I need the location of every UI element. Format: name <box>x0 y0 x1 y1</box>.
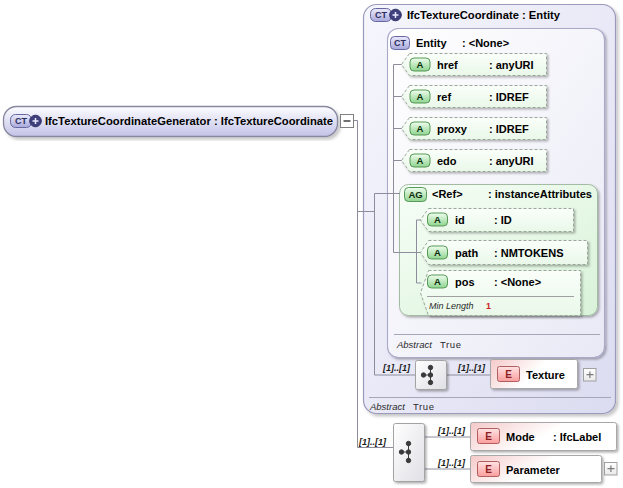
attribute-pos[interactable]: A pos : <None> Min Length 1 <box>421 271 581 316</box>
attribute-group-icon-label: AG <box>408 189 422 200</box>
ct-icon-label: CT <box>394 38 406 48</box>
facet-label: Min Length <box>429 301 474 311</box>
main-element-box[interactable]: CT IfcTextureCoordinateGenerator : IfcTe… <box>4 107 338 137</box>
type-abstract-facet: Abstract True <box>369 401 435 412</box>
attribute-type: : anyURI <box>489 59 534 71</box>
base-type-name: Entity <box>416 37 447 49</box>
seq-dot <box>399 450 403 454</box>
attribute-name: edo <box>437 155 457 167</box>
attribute-icon-label: A <box>417 91 424 102</box>
attribute-group-name: <Ref> <box>432 188 463 200</box>
complex-type-plus-icon: CT <box>11 115 42 128</box>
element-type: : IfcLabel <box>553 431 601 443</box>
seq-dot <box>406 450 410 454</box>
attribute-icon-label: A <box>417 59 424 70</box>
expand-button-texture[interactable] <box>584 369 597 382</box>
content-sequence-compositor[interactable] <box>394 424 425 482</box>
xsd-diagram: CT IfcTextureCoordinateGenerator : IfcTe… <box>0 0 623 488</box>
facet-label: Abstract <box>369 401 405 412</box>
element-icon-label: E <box>485 431 492 442</box>
facet-label: Abstract <box>396 339 432 350</box>
attribute-type: : IDREF <box>489 123 529 135</box>
element-name: Texture <box>526 369 565 381</box>
element-name: Mode <box>506 431 535 443</box>
xsd-diagram-canvas: CT IfcTextureCoordinateGenerator : IfcTe… <box>0 0 623 488</box>
seq-dot <box>406 458 410 462</box>
attribute-proxy[interactable]: A proxy : IDREF <box>402 118 547 140</box>
attribute-name: pos <box>455 276 475 288</box>
element-texture[interactable]: E Texture <box>491 360 578 389</box>
attribute-group-type: : instanceAttributes <box>488 188 592 200</box>
seq-dot <box>428 380 432 384</box>
attribute-name: id <box>455 214 465 226</box>
texture-cardinality: [1]..[1] <box>457 363 486 373</box>
seq-dot <box>421 373 425 377</box>
attribute-name: href <box>437 59 458 71</box>
attribute-type: : <None> <box>494 276 541 288</box>
facet-value: True <box>440 339 462 350</box>
attribute-name: path <box>455 247 479 259</box>
element-mode[interactable]: E Mode : IfcLabel <box>471 423 617 451</box>
attribute-group-header: AG <Ref> : instanceAttributes <box>405 188 593 202</box>
type-box-title: IfcTextureCoordinate : Entity <box>407 9 561 21</box>
attribute-id[interactable]: A id : ID <box>421 209 574 232</box>
attribute-name: ref <box>437 91 451 103</box>
attribute-icon-label: A <box>417 123 424 134</box>
attribute-href[interactable]: A href : anyURI <box>402 54 547 76</box>
attribute-type: : anyURI <box>489 155 534 167</box>
facet-value: True <box>413 401 435 412</box>
seq-dot <box>428 373 432 377</box>
attribute-edo[interactable]: A edo : anyURI <box>402 150 547 172</box>
seq-dot <box>406 441 410 445</box>
element-icon-label: E <box>485 464 492 475</box>
ct-icon-label: CT <box>15 116 27 126</box>
attribute-type: : ID <box>494 214 512 226</box>
parameter-cardinality: [1]..[1] <box>437 458 466 468</box>
attribute-name: proxy <box>437 123 468 135</box>
attribute-icon-label: A <box>434 247 441 258</box>
attribute-type: : IDREF <box>489 91 529 103</box>
complex-type-plus-icon: CT <box>371 9 402 22</box>
base-type-type: : <None> <box>462 37 509 49</box>
element-name: Parameter <box>506 464 561 476</box>
attribute-icon-label: A <box>434 214 441 225</box>
attribute-ref[interactable]: A ref : IDREF <box>402 86 547 108</box>
element-parameter[interactable]: E Parameter <box>471 456 602 483</box>
seq-dot <box>428 365 432 369</box>
attribute-path[interactable]: A path : NMTOKENS <box>421 241 588 265</box>
type-box-header: CT IfcTextureCoordinate : Entity <box>371 9 561 22</box>
content-cardinality: [1]..[1] <box>358 437 387 447</box>
main-tree-line <box>354 121 358 448</box>
expand-button-parameter[interactable] <box>605 463 618 476</box>
attribute-icon-label: A <box>417 155 424 166</box>
main-element-label: IfcTextureCoordinateGenerator : IfcTextu… <box>45 115 333 127</box>
attribute-type: : NMTOKENS <box>494 247 563 259</box>
sequence-compositor[interactable] <box>416 361 447 390</box>
entity-abstract-facet: Abstract True <box>396 339 462 350</box>
sequence-cardinality: [1]..[1] <box>382 363 411 373</box>
collapse-button[interactable] <box>341 115 354 128</box>
element-icon-label: E <box>505 369 512 380</box>
facet-value: 1 <box>486 301 491 311</box>
ct-icon-label: CT <box>375 10 387 20</box>
attribute-icon-label: A <box>434 276 441 287</box>
mode-cardinality: [1]..[1] <box>437 426 466 436</box>
